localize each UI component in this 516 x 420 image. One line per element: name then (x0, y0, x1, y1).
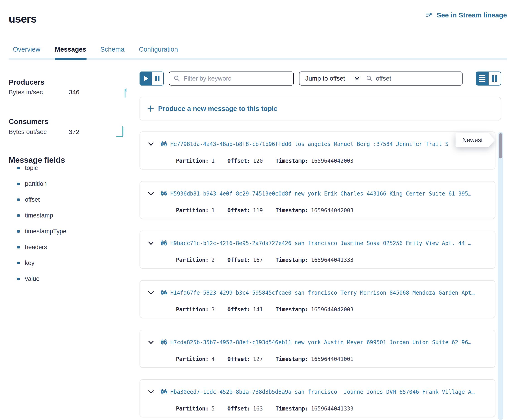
partition-value: 2 (211, 257, 215, 263)
timestamp-value: 1659644041333 (311, 257, 354, 263)
lineage-arrow-icon (425, 12, 433, 19)
page-title: users (9, 13, 37, 25)
tab-configuration[interactable]: Configuration (139, 44, 178, 54)
timestamp-value: 1659644042003 (311, 158, 354, 164)
message-field-item[interactable]: topic (9, 160, 117, 176)
message-meta: Partition:1Offset:119Timestamp:165964404… (140, 201, 495, 219)
partition-label: Partition: (176, 158, 209, 164)
tab-schema[interactable]: Schema (100, 44, 124, 54)
bytes-in-value: 346 (69, 89, 79, 96)
chevron-down-icon[interactable] (148, 241, 154, 245)
list-view-button[interactable] (476, 72, 489, 85)
bullet-square-icon (17, 278, 20, 280)
bytes-out-label: Bytes out/sec (9, 128, 67, 135)
message-fields-list: topic partition offset timestamp timesta… (9, 160, 117, 287)
chevron-down-icon[interactable] (148, 291, 154, 295)
message-field-label: key (25, 260, 34, 267)
message-field-label: timestampType (25, 228, 66, 235)
jump-mode-select[interactable]: Jump to offset (300, 72, 352, 85)
message-field-item[interactable]: timestampType (9, 223, 117, 239)
column-view-button[interactable] (489, 72, 501, 85)
message-key-line: �� He77981da-4a43-48ab-b8f8-cb71b96ffdd0… (161, 141, 448, 147)
bullet-square-icon (17, 183, 20, 185)
message-key: H7cda825b-35b7-4952-88ef-c193d546eb11 (170, 339, 292, 345)
chevron-down-icon[interactable] (148, 192, 154, 195)
play-button[interactable] (140, 72, 152, 85)
produce-message-label: Produce a new message to this topic (158, 105, 277, 112)
message-header[interactable]: �� He77981da-4a43-48ab-b8f8-cb71b96ffdd0… (140, 141, 495, 147)
scrollbar-track[interactable] (498, 132, 503, 420)
message-header[interactable]: �� H14fa67fe-5823-4299-b3c4-595845cfcae0… (140, 290, 495, 296)
message-header[interactable]: �� H5936db81-b943-4e0f-8c29-74513e0c0d8f… (140, 191, 495, 197)
message-field-item[interactable]: headers (9, 239, 117, 255)
scrollbar-thumb[interactable] (499, 133, 502, 158)
chevron-down-icon[interactable] (148, 390, 154, 394)
timestamp-value: 1659644041001 (311, 356, 354, 362)
partition-value: 4 (211, 356, 215, 362)
message-field-label: offset (25, 196, 40, 203)
active-tab-indicator (55, 58, 86, 60)
chevron-down-icon[interactable] (148, 142, 154, 146)
offset-value: 167 (253, 257, 263, 263)
message-field-item[interactable]: key (9, 255, 117, 271)
messages-toolbar: Jump to offset (139, 72, 501, 86)
message-header[interactable]: �� H7cda825b-35b7-4952-88ef-c193d546eb11… (140, 339, 495, 345)
message-header[interactable]: �� Hba30eed7-1edc-452b-8b1a-738d3b5d8a9a… (140, 389, 495, 395)
tab-underline (9, 58, 507, 60)
keyword-filter-input[interactable] (183, 75, 289, 82)
play-icon (144, 76, 148, 81)
search-icon (174, 75, 180, 82)
partition-value: 3 (211, 306, 215, 313)
message-key: Hba30eed7-1edc-452b-8b1a-738d3b5d8a9a (170, 389, 292, 395)
view-mode-toggle (476, 72, 501, 86)
message-field-item[interactable]: partition (9, 176, 117, 192)
timestamp-label: Timestamp: (276, 158, 308, 164)
message-summary: los angeles Manuel Berg :37584 Jennifer … (295, 141, 448, 147)
message-key: H5936db81-b943-4e0f-8c29-74513e0c0d8f (170, 191, 292, 197)
offset-label: Offset: (227, 356, 250, 362)
producers-heading: Producers (9, 78, 44, 86)
message-header[interactable]: �� H9bacc71c-b12c-4216-8e95-2a7da727e426… (140, 240, 495, 247)
timestamp-label: Timestamp: (276, 306, 308, 313)
bullet-square-icon (17, 246, 20, 248)
offset-label: Offset: (227, 158, 250, 164)
chevron-down-icon[interactable] (352, 72, 362, 85)
bytes-in-label: Bytes in/sec (9, 89, 67, 96)
message-card: �� Hba30eed7-1edc-452b-8b1a-738d3b5d8a9a… (139, 379, 495, 417)
bullet-square-icon (17, 214, 20, 217)
stream-lineage-link[interactable]: See in Stream lineage (425, 11, 507, 19)
chevron-down-icon[interactable] (148, 341, 154, 344)
message-key-line: �� H5936db81-b943-4e0f-8c29-74513e0c0d8f… (161, 191, 471, 197)
message-card: �� He77981da-4a43-48ab-b8f8-cb71b96ffdd0… (139, 131, 495, 170)
message-field-item[interactable]: timestamp (9, 208, 117, 223)
key-glyph-prefix: �� (161, 389, 167, 395)
partition-value: 1 (211, 207, 215, 214)
offset-input[interactable] (375, 75, 458, 82)
partition-label: Partition: (176, 405, 209, 412)
tab-overview[interactable]: Overview (13, 44, 40, 54)
partition-label: Partition: (176, 207, 209, 214)
message-field-item[interactable]: value (9, 271, 117, 287)
consumers-heading: Consumers (9, 117, 48, 126)
offset-label: Offset: (227, 257, 250, 263)
message-summary: san francisco Jasmine Sosa 025256 Emily … (295, 240, 471, 247)
partition-value: 5 (211, 405, 215, 412)
message-list: �� He77981da-4a43-48ab-b8f8-cb71b96ffdd0… (139, 131, 495, 420)
tab-messages[interactable]: Messages (55, 44, 86, 54)
message-field-item[interactable]: offset (9, 192, 117, 208)
pause-button[interactable] (152, 72, 163, 85)
message-field-label: timestamp (25, 212, 53, 219)
message-card: �� H9bacc71c-b12c-4216-8e95-2a7da727e426… (139, 231, 495, 269)
partition-label: Partition: (176, 356, 209, 362)
message-summary: san francisco Joanne Jones DVM 657046 Fr… (295, 389, 475, 395)
timestamp-value: 1659644042003 (311, 306, 354, 313)
message-key-line: �� H14fa67fe-5823-4299-b3c4-595845cfcae0… (161, 290, 475, 296)
message-key: H9bacc71c-b12c-4216-8e95-2a7da727e426 (170, 240, 292, 247)
produce-message-button[interactable]: Produce a new message to this topic (139, 97, 501, 120)
message-meta: Partition:4Offset:127Timestamp:165964404… (140, 350, 495, 368)
keyword-filter (169, 72, 294, 86)
lineage-link-label: See in Stream lineage (437, 11, 507, 19)
key-glyph-prefix: �� (161, 191, 167, 197)
bytes-out-value: 372 (69, 128, 79, 135)
message-meta: Partition:2Offset:167Timestamp:165964404… (140, 250, 495, 269)
